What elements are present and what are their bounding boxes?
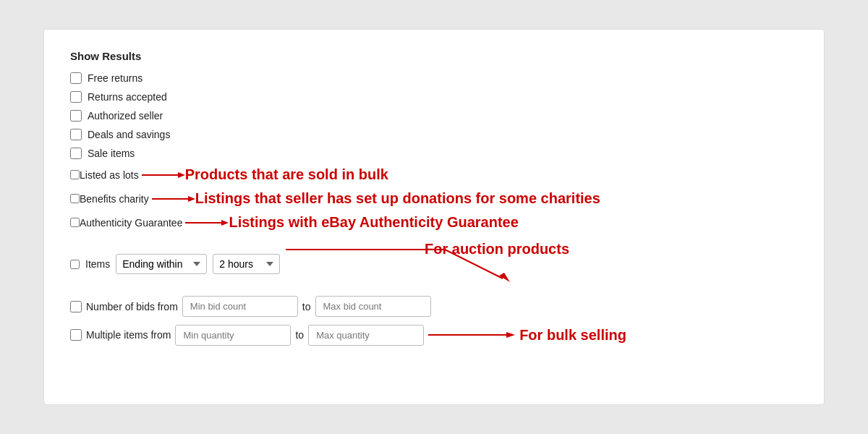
multi-to-label: to	[295, 329, 304, 341]
bids-row: Number of bids from to	[70, 296, 798, 317]
checkbox-row-authorized-seller: Authorized seller	[70, 110, 798, 122]
listed-as-lots-checkbox[interactable]	[70, 170, 80, 179]
checkbox-row-benefits-charity: Benefits charity Listings that seller ha…	[70, 190, 798, 207]
benefits-charity-checkbox[interactable]	[70, 194, 80, 203]
items-checkbox[interactable]	[70, 260, 80, 269]
deals-savings-checkbox[interactable]	[70, 129, 82, 140]
hours-dropdown[interactable]: 2 hours 1 hour 4 hours 8 hours 24 hours	[213, 254, 280, 274]
charity-arrow-icon	[152, 192, 195, 206]
ending-within-dropdown[interactable]: Ending within Starting within	[116, 254, 207, 274]
checkbox-row-deals-savings: Deals and savings	[70, 129, 798, 140]
checkbox-row-returns-accepted: Returns accepted	[70, 91, 798, 103]
authorized-seller-label: Authorized seller	[88, 110, 163, 122]
multi-items-label: Multiple items from	[86, 329, 171, 341]
free-returns-label: Free returns	[88, 72, 142, 84]
free-returns-checkbox[interactable]	[70, 72, 82, 84]
max-quantity-input[interactable]	[308, 325, 424, 346]
svg-marker-5	[221, 220, 229, 226]
bids-label: Number of bids from	[86, 301, 178, 312]
authenticity-arrow-icon	[185, 216, 229, 230]
show-results-card: Show Results Free returns Returns accept…	[43, 29, 825, 405]
lots-annotation-text: Products that are sold in bulk	[185, 166, 388, 183]
charity-annotation-text: Listings that seller has set up donation…	[195, 190, 600, 207]
svg-marker-3	[188, 196, 195, 202]
listed-as-lots-label: Listed as lots	[80, 169, 139, 181]
auction-annotation-text: For auction products	[425, 241, 569, 258]
section-title: Show Results	[70, 50, 798, 62]
authenticity-guarantee-checkbox[interactable]	[70, 218, 80, 227]
returns-accepted-label: Returns accepted	[88, 91, 167, 103]
min-quantity-input[interactable]	[175, 325, 291, 346]
checkbox-row-listed-lots: Listed as lots Products that are sold in…	[70, 166, 798, 183]
bids-to-label: to	[302, 301, 311, 312]
multi-items-row: Multiple items from to For bulk selling	[70, 324, 798, 346]
checkbox-row-authenticity: Authenticity Guarantee Listings with eBa…	[70, 214, 798, 231]
checkbox-row-free-returns: Free returns	[70, 72, 798, 84]
checkbox-row-sale-items: Sale items	[70, 148, 798, 159]
bids-checkbox[interactable]	[70, 301, 82, 312]
items-row: Items Ending within Starting within 2 ho…	[70, 242, 798, 286]
benefits-charity-label: Benefits charity	[80, 193, 149, 205]
bulk-arrow-icon	[428, 324, 515, 346]
authenticity-guarantee-label: Authenticity Guarantee	[80, 217, 182, 229]
bulk-annotation-text: For bulk selling	[519, 327, 626, 344]
lots-arrow-icon	[142, 168, 185, 182]
svg-marker-1	[178, 172, 185, 178]
sale-items-checkbox[interactable]	[70, 148, 82, 159]
deals-savings-label: Deals and savings	[88, 129, 170, 140]
max-bid-input[interactable]	[315, 296, 431, 317]
svg-marker-10	[506, 332, 515, 338]
returns-accepted-checkbox[interactable]	[70, 91, 82, 103]
items-label: Items	[85, 258, 110, 270]
sale-items-label: Sale items	[88, 148, 135, 159]
min-bid-input[interactable]	[182, 296, 298, 317]
multi-items-checkbox[interactable]	[70, 329, 82, 341]
authenticity-annotation-text: Listings with eBay Authenticity Guarante…	[229, 214, 518, 231]
authorized-seller-checkbox[interactable]	[70, 110, 82, 122]
